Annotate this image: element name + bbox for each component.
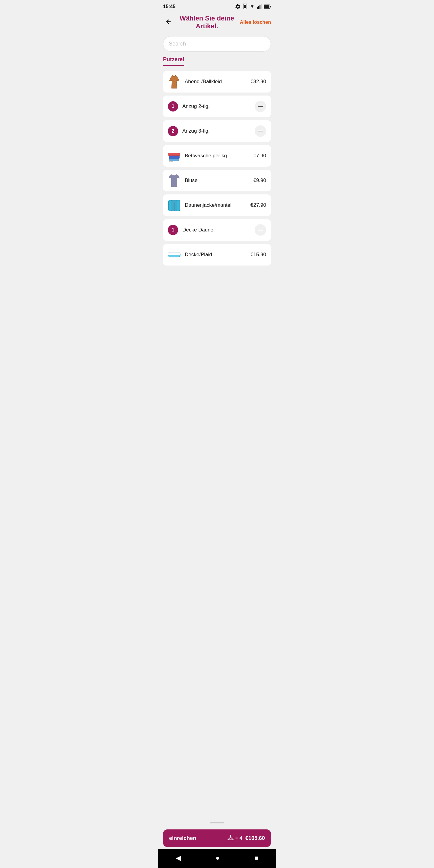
svg-rect-7 (264, 5, 269, 8)
page-title: Wählen Sie deine Artikel. (174, 14, 240, 30)
tab-container: Putzerei (158, 56, 276, 66)
item-price: €7.90 (253, 153, 266, 159)
item-name: Bettwäsche per kg (185, 153, 227, 159)
item-icon: Per KG (168, 150, 181, 162)
submit-count-text: × 4 (235, 835, 242, 841)
status-bar: 15:45 (158, 0, 276, 12)
item-left: 2 Anzug 3-tlg. (168, 126, 210, 136)
clear-all-button[interactable]: Alles löschen (240, 20, 271, 25)
search-container (158, 34, 276, 56)
nav-home-button[interactable]: ● (211, 853, 224, 863)
item-name: Abend-/Ballkleid (185, 79, 222, 85)
nav-square-button[interactable]: ■ (250, 853, 263, 863)
item-price: €27.90 (250, 202, 266, 208)
svg-rect-4 (259, 5, 260, 9)
tab-putzerei[interactable]: Putzerei (163, 56, 184, 66)
item-badge: 1 (168, 101, 178, 112)
item-icon (168, 248, 181, 261)
item-left: Daunenjacke/mantel (168, 199, 231, 212)
item-left: 1 Anzug 2-tlg. (168, 101, 210, 112)
back-button[interactable] (163, 17, 174, 28)
settings-icon (235, 4, 241, 10)
battery-icon (264, 4, 271, 9)
scroll-line (210, 822, 224, 824)
submit-bar[interactable]: einreichen × 4 €105.60 (163, 830, 271, 847)
svg-rect-20 (258, 230, 263, 230)
list-item[interactable]: Bluse €9.90 (163, 170, 271, 191)
item-icon (168, 174, 181, 187)
item-price: €9.90 (253, 178, 266, 184)
item-price: €15.90 (250, 252, 266, 258)
minus-button[interactable] (255, 125, 266, 137)
svg-rect-11 (168, 153, 180, 156)
svg-text:Per KG: Per KG (169, 161, 174, 162)
svg-rect-23 (168, 254, 180, 255)
svg-rect-13 (170, 159, 179, 161)
signal-icon (257, 4, 262, 9)
item-name: Anzug 2-tlg. (182, 103, 210, 110)
hanger-icon (227, 835, 234, 841)
item-name: Decke/Plaid (185, 252, 212, 258)
list-item[interactable]: 1 Decke Daune (163, 219, 271, 241)
list-item[interactable]: Daunenjacke/mantel €27.90 (163, 194, 271, 216)
item-left: 1 Decke Daune (168, 225, 213, 235)
item-left: Per KG Bettwäsche per kg (168, 150, 227, 162)
svg-rect-10 (258, 131, 263, 131)
search-input[interactable] (163, 36, 271, 52)
nav-back-button[interactable]: ◀ (171, 853, 186, 863)
list-item[interactable]: Decke/Plaid €15.90 (163, 244, 271, 266)
item-badge: 1 (168, 225, 178, 235)
item-left: Abend-/Ballkleid (168, 75, 222, 88)
svg-rect-17 (177, 200, 180, 211)
nav-bar: ◀ ● ■ (158, 849, 276, 868)
status-time: 15:45 (163, 4, 176, 9)
item-name: Bluse (185, 178, 198, 184)
item-icon (168, 199, 181, 212)
submit-label: einreichen (169, 835, 196, 841)
item-left: Decke/Plaid (168, 248, 212, 261)
svg-rect-9 (258, 106, 263, 107)
svg-rect-3 (258, 6, 259, 9)
wifi-icon (249, 4, 255, 9)
item-name: Decke Daune (182, 227, 213, 233)
scroll-indicator (158, 820, 276, 825)
item-badge: 2 (168, 126, 178, 136)
item-left: Bluse (168, 174, 198, 187)
header: Wählen Sie deine Artikel. Alles löschen (158, 12, 276, 34)
submit-count: × 4 (227, 835, 242, 841)
sim-icon (243, 4, 247, 10)
item-list: Abend-/Ballkleid €32.90 1 Anzug 2-tlg. 2… (158, 66, 276, 820)
svg-rect-5 (261, 4, 261, 9)
list-item[interactable]: 2 Anzug 3-tlg. (163, 120, 271, 142)
svg-rect-12 (169, 156, 179, 159)
svg-rect-16 (169, 200, 172, 211)
svg-rect-1 (244, 5, 246, 8)
item-icon (168, 75, 181, 88)
item-name: Anzug 3-tlg. (182, 128, 210, 134)
list-item[interactable]: 1 Anzug 2-tlg. (163, 96, 271, 117)
status-icons (235, 4, 271, 10)
item-name: Daunenjacke/mantel (185, 202, 231, 208)
submit-right: × 4 €105.60 (227, 835, 265, 841)
item-price: €32.90 (250, 79, 266, 85)
svg-rect-8 (270, 6, 271, 7)
svg-rect-2 (257, 7, 258, 9)
submit-price: €105.60 (245, 835, 265, 841)
back-arrow-icon (164, 18, 173, 25)
list-item[interactable]: Per KG Bettwäsche per kg €7.90 (163, 145, 271, 167)
minus-button[interactable] (255, 101, 266, 112)
minus-button[interactable] (255, 224, 266, 236)
list-item[interactable]: Abend-/Ballkleid €32.90 (163, 71, 271, 93)
